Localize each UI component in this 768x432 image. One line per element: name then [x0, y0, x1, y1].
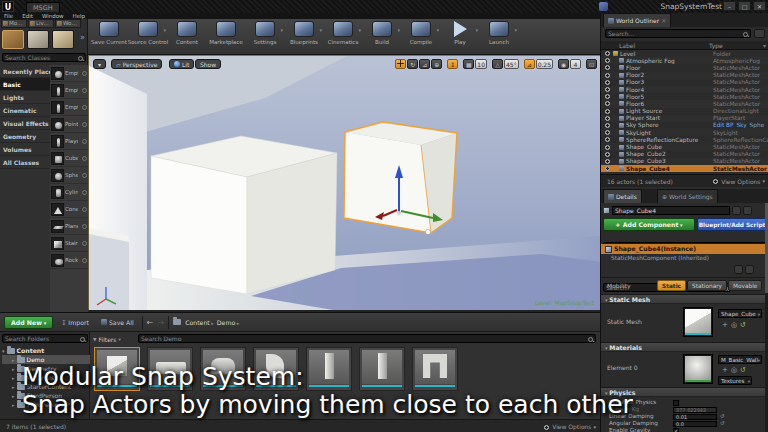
perspective-dropdown[interactable]: ▱ Perspective: [111, 59, 162, 69]
outliner-row[interactable]: SkyLight SkyLight: [601, 129, 768, 136]
place-item[interactable]: Player Start: [50, 133, 88, 150]
drag-handle-icon[interactable]: [82, 258, 87, 263]
place-item[interactable]: Cube: [50, 150, 88, 167]
actor-name-input[interactable]: [612, 206, 730, 215]
drag-handle-icon[interactable]: [82, 71, 87, 76]
cb-view-options-button[interactable]: View Options: [543, 420, 596, 432]
place-item[interactable]: Cylinder: [50, 184, 88, 201]
drag-handle-icon[interactable]: [82, 190, 87, 195]
toolbar-button[interactable]: Launch: [482, 21, 516, 45]
outliner-row[interactable]: Light Source DirectionalLight: [601, 108, 768, 115]
outliner-row[interactable]: Shape_Cube4 StaticMeshActor: [601, 165, 768, 172]
visibility-eye-icon[interactable]: [604, 159, 611, 164]
outliner-row[interactable]: Floor StaticMeshActor: [601, 64, 768, 71]
visibility-eye-icon[interactable]: [604, 58, 611, 63]
component-row-inherited[interactable]: StaticMeshComponent (Inherited): [601, 254, 768, 263]
place-category[interactable]: Volumes: [0, 143, 50, 156]
static-mesh-section-header[interactable]: Static Mesh: [601, 294, 768, 304]
mobility-option[interactable]: Static: [657, 280, 686, 291]
filters-button[interactable]: Filters: [93, 334, 121, 344]
outliner-view-options-button[interactable]: View Options: [712, 175, 765, 188]
search-classes-input[interactable]: Search Classes: [2, 53, 86, 62]
rotation-snap-value[interactable]: 45°: [504, 59, 519, 69]
forward-icon[interactable]: →: [157, 318, 164, 327]
window-control-button[interactable]: –: [723, 1, 736, 11]
modes-tab[interactable]: Mo...: [1, 19, 27, 28]
scale-tool-button[interactable]: ⊿: [419, 59, 430, 69]
visibility-eye-icon[interactable]: [604, 73, 611, 78]
column-label[interactable]: Label: [619, 42, 635, 49]
camera-speed-button[interactable]: ◉: [558, 59, 569, 69]
property-matrix-button[interactable]: [734, 265, 743, 274]
actor-label[interactable]: Floor2: [626, 72, 711, 78]
static-mesh-dropdown[interactable]: Shape_Cube: [718, 309, 762, 318]
visibility-eye-icon[interactable]: [604, 94, 611, 99]
browse-icon[interactable]: ◎: [731, 366, 737, 374]
place-category[interactable]: Basic: [0, 78, 50, 91]
browse-icon[interactable]: ◎: [731, 321, 737, 329]
column-options-icon[interactable]: ▾: [763, 42, 766, 49]
material-dropdown[interactable]: M_Basic_Wall: [718, 355, 762, 364]
viewport[interactable]: ▾ ▱ Perspective Lit Show ↻ ⊿ ⊕ ↧ ▦ 10 △ …: [88, 55, 600, 310]
add-new-button[interactable]: Add New: [4, 316, 53, 329]
visibility-eye-icon[interactable]: [604, 80, 611, 85]
visibility-eye-icon[interactable]: [604, 101, 611, 106]
lit-mode-dropdown[interactable]: Lit: [169, 59, 194, 69]
place-item[interactable]: Empty Actor: [50, 65, 88, 82]
toolbar-button[interactable]: Marketplace: [209, 21, 243, 45]
drag-handle-icon[interactable]: [82, 139, 87, 144]
drag-handle-icon[interactable]: [82, 88, 87, 93]
drag-handle-icon[interactable]: [82, 105, 87, 110]
edit-name-button[interactable]: [732, 206, 741, 215]
drag-handle-icon[interactable]: [82, 122, 87, 127]
viewport-options-dropdown[interactable]: ▾: [93, 59, 106, 69]
toolbar-button[interactable]: Compile: [404, 21, 438, 45]
drag-handle-icon[interactable]: [82, 224, 87, 229]
outliner-search-options-button[interactable]: [754, 29, 765, 38]
drag-handle-icon[interactable]: [82, 156, 87, 161]
place-category[interactable]: Geometry: [0, 130, 50, 143]
visibility-eye-icon[interactable]: [604, 123, 611, 128]
maximize-viewport-button[interactable]: ⊡: [586, 59, 597, 69]
place-category[interactable]: All Classes: [0, 156, 50, 169]
outliner-row[interactable]: Floor3 StaticMeshActor: [601, 79, 768, 86]
actor-label[interactable]: SkyLight: [626, 130, 711, 136]
landscape-mode-button[interactable]: [52, 30, 74, 49]
enable-gravity-checkbox[interactable]: ✓: [673, 428, 679, 432]
visibility-eye-icon[interactable]: [604, 152, 611, 157]
toolbar-button[interactable]: Content: [170, 21, 204, 45]
mobility-option[interactable]: Movable: [728, 280, 762, 291]
actor-label[interactable]: SphereReflectionCapture: [626, 137, 711, 143]
breadcrumb-item[interactable]: Content: [185, 319, 214, 326]
tab-world-settings[interactable]: ⊕ World Settings: [657, 189, 718, 203]
visibility-eye-icon[interactable]: [604, 51, 611, 56]
place-item[interactable]: Stairs: [50, 235, 88, 252]
place-category[interactable]: Cinematic: [0, 104, 50, 117]
import-button[interactable]: ↧Import: [57, 316, 93, 329]
rotation-snap-toggle[interactable]: △: [492, 59, 503, 69]
toolbar-button[interactable]: Source Control: [131, 21, 165, 45]
visibility-eye-icon[interactable]: [604, 87, 611, 92]
place-item[interactable]: Sphere: [50, 167, 88, 184]
place-item[interactable]: Plane: [50, 218, 88, 235]
place-item[interactable]: Cone: [50, 201, 88, 218]
search-folders-input[interactable]: Search Folders: [2, 334, 88, 343]
scale-snap-value[interactable]: 0.25: [536, 59, 553, 69]
actor-label[interactable]: Floor3: [626, 79, 711, 85]
place-mode-button[interactable]: [2, 30, 24, 49]
actor-label[interactable]: Atmospheric Fog: [626, 58, 711, 64]
window-control-button[interactable]: ✕: [753, 1, 766, 11]
place-item[interactable]: Rock: [50, 252, 88, 269]
visibility-eye-icon[interactable]: [604, 65, 611, 70]
place-category[interactable]: Lights: [0, 91, 50, 104]
actor-label[interactable]: Level: [620, 51, 711, 57]
window-control-button[interactable]: □: [738, 1, 751, 11]
details-view-options-button[interactable]: [745, 265, 754, 274]
place-category[interactable]: Recently Placed: [0, 65, 50, 78]
reset-icon[interactable]: ↺: [720, 420, 725, 426]
actor-label[interactable]: Floor5: [626, 94, 711, 100]
world-local-toggle[interactable]: ⊕: [431, 59, 442, 69]
rotate-tool-button[interactable]: ↻: [407, 59, 418, 69]
angular-damping-value[interactable]: 0.0: [673, 421, 717, 427]
surface-snap-toggle[interactable]: ↧: [447, 59, 458, 69]
